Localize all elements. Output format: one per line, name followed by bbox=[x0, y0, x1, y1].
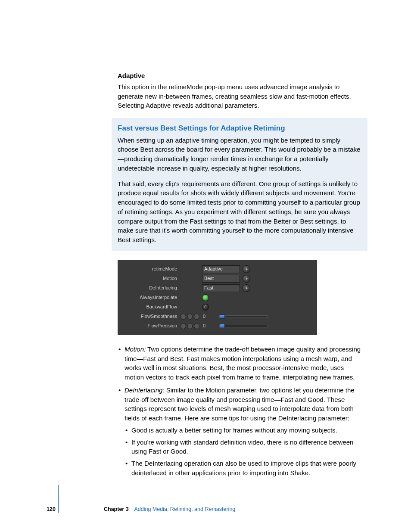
callout-paragraph-1: When setting up an adaptive timing opera… bbox=[118, 136, 361, 173]
chapter-title: Adding Media, Retiming, and Remastering bbox=[134, 506, 235, 512]
sub-bullet: The DeInterlacing operation can also be … bbox=[125, 459, 361, 478]
dropdown-icon[interactable] bbox=[243, 265, 250, 273]
bullet-text: Two options determine the trade-off betw… bbox=[125, 345, 361, 381]
param-row-motion: Motion Best bbox=[121, 274, 313, 283]
chapter-label: Chapter 3 bbox=[104, 506, 129, 512]
callout-box: Fast versus Best Settings for Adaptive R… bbox=[112, 118, 367, 251]
param-label: DeInterlacing bbox=[121, 285, 181, 292]
deinterlacing-select[interactable]: Fast bbox=[202, 284, 240, 292]
param-label: retimeMode bbox=[121, 266, 181, 273]
bullet-term: Motion: bbox=[125, 345, 146, 353]
param-label: FlowSmoothness bbox=[121, 313, 181, 320]
param-label: BackwardFlow bbox=[121, 304, 181, 311]
param-row-alwaysinterpolate: AlwaysInterpolate bbox=[121, 293, 313, 302]
bullet-deinterlacing: DeInterlacing: Similar to the Motion par… bbox=[118, 386, 361, 478]
flowsmoothness-slider[interactable] bbox=[219, 315, 268, 318]
callout-heading: Fast versus Best Settings for Adaptive R… bbox=[118, 123, 361, 134]
param-mini-icons bbox=[181, 323, 202, 329]
param-row-backwardflow: BackwardFlow bbox=[121, 302, 313, 312]
sidebar-rule bbox=[58, 485, 59, 513]
param-row-deinterlacing: DeInterlacing Fast bbox=[121, 283, 313, 293]
parameters-panel: retimeMode Adaptive Motion Best DeInterl… bbox=[118, 260, 317, 335]
lock-icon[interactable] bbox=[194, 323, 199, 329]
flowsmoothness-value[interactable]: 0 bbox=[202, 313, 215, 320]
key-icon[interactable] bbox=[187, 323, 193, 329]
retimemode-select[interactable]: Adaptive bbox=[202, 265, 240, 273]
intro-paragraph: This option in the retimeMode pop-up men… bbox=[118, 82, 361, 110]
param-label: FlowPrecision bbox=[121, 323, 181, 330]
clock-icon[interactable] bbox=[181, 314, 186, 320]
param-label: AlwaysInterpolate bbox=[121, 294, 181, 301]
param-row-flowsmoothness: FlowSmoothness 0 bbox=[121, 312, 313, 321]
clock-icon[interactable] bbox=[181, 323, 186, 329]
bullet-list: Motion: Two options determine the trade-… bbox=[118, 345, 361, 478]
key-icon[interactable] bbox=[187, 314, 193, 320]
motion-select[interactable]: Best bbox=[202, 275, 240, 283]
lock-icon[interactable] bbox=[194, 314, 199, 320]
param-row-flowprecision: FlowPrecision 0 bbox=[121, 321, 313, 331]
dropdown-icon[interactable] bbox=[243, 284, 250, 292]
section-heading-adaptive: Adaptive bbox=[118, 71, 361, 81]
bullet-term: DeInterlacing: bbox=[125, 386, 165, 394]
param-mini-icons bbox=[181, 314, 202, 320]
param-label: Motion bbox=[121, 275, 181, 282]
callout-paragraph-2: That said, every clip's requirements are… bbox=[118, 179, 361, 245]
document-page: Adaptive This option in the retimeMode p… bbox=[0, 0, 411, 532]
page-number: 120 bbox=[47, 505, 56, 513]
sub-bullet-list: Good is actually a better setting for fr… bbox=[125, 426, 361, 478]
sub-bullet: If you're working with standard definiti… bbox=[125, 438, 361, 457]
dropdown-icon[interactable] bbox=[243, 275, 250, 283]
sub-bullet: Good is actually a better setting for fr… bbox=[125, 426, 361, 435]
flowprecision-value[interactable]: 0 bbox=[202, 323, 215, 329]
bullet-motion: Motion: Two options determine the trade-… bbox=[118, 345, 361, 382]
alwaysinterpolate-toggle[interactable] bbox=[202, 294, 209, 301]
flowprecision-slider[interactable] bbox=[219, 325, 268, 327]
param-row-retimemode: retimeMode Adaptive bbox=[121, 264, 313, 274]
backwardflow-toggle[interactable] bbox=[202, 304, 209, 311]
